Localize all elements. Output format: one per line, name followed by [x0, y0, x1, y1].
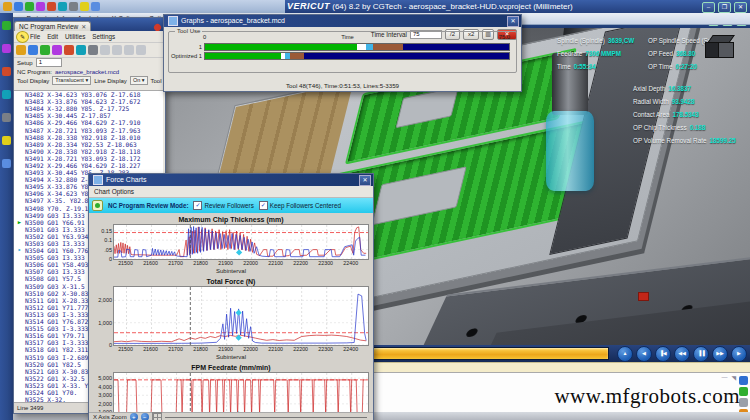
play-icon[interactable]: [2, 90, 11, 99]
graphs-close-button[interactable]: ✕: [507, 16, 519, 27]
chart-plot[interactable]: 01,0002,000: [113, 286, 369, 346]
zoom-icon[interactable]: ⌕: [719, 14, 722, 21]
status-icon[interactable]: [2, 44, 11, 53]
x-axis-zoom-bar: X Axis Zoom + −: [89, 412, 373, 420]
force-charts-window-icon: [93, 175, 103, 185]
save-icon[interactable]: [25, 2, 34, 11]
step-start-button[interactable]: ▐◀: [655, 346, 671, 362]
close-button[interactable]: ✕: [734, 2, 747, 13]
camera-icon[interactable]: [2, 67, 11, 76]
nc-code-line[interactable]: N3492 X-29.466 Y84.629 Z-18.227: [14, 162, 163, 169]
chart-options-menu[interactable]: Chart Options: [89, 186, 373, 198]
nc-menu-utilities[interactable]: Utilities: [65, 33, 85, 40]
chart-block: Maximum Chip Thickness (mm)0.050.10.1521…: [89, 215, 373, 275]
nc-menu-file[interactable]: File: [30, 33, 40, 40]
nc-code-line[interactable]: N3490 X-28.338 Y82.918 Z-18.118: [14, 148, 163, 155]
nc-code-line[interactable]: N3482 X-34.623 Y83.076 Z-17.618: [14, 91, 163, 98]
playback-controls: ▲◀▐◀◀◀▐▐▶▶▶: [617, 346, 750, 362]
play-icon[interactable]: [69, 2, 78, 11]
chart-plot[interactable]: 0.050.10.15: [113, 224, 369, 260]
tool-display-select[interactable]: Translucent ▾: [52, 76, 91, 85]
nc-code-text: N3520 G01 Y82.5: [25, 361, 81, 368]
nc-menu-settings[interactable]: Settings: [92, 33, 115, 40]
line-display-select[interactable]: On ▾: [130, 76, 148, 85]
info-icon[interactable]: [47, 2, 56, 11]
info-icon[interactable]: [2, 21, 11, 30]
nc-code-text: N3509 G03 X-31.5 Y8: [25, 283, 96, 290]
users-icon[interactable]: [28, 45, 38, 55]
edit-icon[interactable]: [40, 45, 50, 55]
open-icon[interactable]: [14, 2, 23, 11]
select-icon[interactable]: [16, 45, 26, 55]
reset-icon[interactable]: [58, 2, 67, 11]
comment-icon[interactable]: [112, 45, 122, 55]
search-icon[interactable]: [52, 45, 62, 55]
tool-use-bar: [204, 52, 510, 60]
review-mode-label: NC Program Review Mode:: [108, 202, 188, 209]
monitor-icon[interactable]: [2, 159, 11, 168]
minimize-button[interactable]: –: [702, 2, 715, 13]
collapse-icon[interactable]: ▾: [743, 14, 746, 21]
nc-code-line[interactable]: N3486 X-29.466 Y84.629 Z-17.910: [14, 119, 163, 126]
zoom-in-button[interactable]: +: [130, 413, 138, 420]
x-tick-label: 21700: [168, 260, 183, 266]
undo-icon[interactable]: [64, 45, 74, 55]
nc-code-line[interactable]: N3489 X-28.334 Y82.53 Z-18.063: [14, 141, 163, 148]
tab-nc-program-review[interactable]: NC Program Review ✕: [14, 21, 91, 31]
nc-code-line[interactable]: N3491 X-28.721 Y83.093 Z-18.172: [14, 155, 163, 162]
step-forward-button[interactable]: ▶▶: [712, 346, 728, 362]
nc-code-line[interactable]: N3487 X-28.721 Y83.093 Z-17.963: [14, 126, 163, 133]
note-icon[interactable]: [739, 398, 748, 407]
panel-minimize-icon[interactable]: —: [721, 374, 727, 381]
play-reverse-button[interactable]: ◀: [636, 346, 652, 362]
panel-pin-icon[interactable]: ◥: [731, 374, 736, 381]
graphs-window: Graphs - aerospace_bracket.mcd ✕ Time In…: [163, 14, 522, 92]
left-sidebar: [0, 13, 13, 420]
check-icon[interactable]: [739, 387, 748, 396]
hud-metric: OP Volume Removal Rate18599.25: [633, 137, 736, 144]
hud-metric: Axial Depth16.3837: [633, 85, 736, 92]
y-tick-label: 2,000: [98, 297, 114, 303]
keep-followers-centered-checkbox[interactable]: ✓Keep Followers Centered: [259, 201, 341, 210]
comment-icon[interactable]: [100, 45, 110, 55]
x-tick-label: 21600: [143, 346, 158, 352]
settings-icon[interactable]: ⚙: [734, 14, 739, 21]
grid-toggle-icon[interactable]: [152, 412, 162, 420]
help-icon[interactable]: ?: [726, 14, 729, 21]
print-icon[interactable]: [76, 45, 86, 55]
nc-code-text: N3490 X-28.338 Y82.918 Z-18.118: [25, 148, 140, 155]
review-followers-checkbox[interactable]: ✓Review Followers: [193, 201, 253, 210]
force-charts-close-button[interactable]: ✕: [359, 175, 371, 186]
folder-icon[interactable]: [2, 136, 11, 145]
nc-code-line[interactable]: N3484 X-32.880 Y85. Z-17.725: [14, 105, 163, 112]
pause-button[interactable]: ▐▐: [693, 346, 709, 362]
y-tick-label: 2,000: [98, 401, 114, 407]
y-tick-label: 0.1: [104, 237, 114, 243]
nc-code-line[interactable]: N3488 X-28.338 Y82.918 Z-18.010: [14, 134, 163, 141]
tool-use-row[interactable]: 1: [169, 43, 510, 50]
report-icon[interactable]: [80, 2, 89, 11]
hud-metric: OP Chip Thickness0.188: [633, 124, 736, 131]
project-icon[interactable]: [36, 2, 45, 11]
restore-button[interactable]: ❐: [718, 2, 731, 13]
log-icon[interactable]: [739, 376, 748, 385]
comment-icon[interactable]: [124, 45, 134, 55]
edit-pencil-icon[interactable]: ✎: [16, 31, 29, 43]
tool-use-row[interactable]: Optimized 1: [169, 52, 510, 59]
new-icon[interactable]: [3, 2, 12, 11]
setup-field[interactable]: 1: [36, 58, 62, 67]
stop-button[interactable]: ▲: [617, 346, 633, 362]
columns-icon[interactable]: [88, 45, 98, 55]
nc-code-line[interactable]: N3485 X-30.445 Z-17.857: [14, 112, 163, 119]
tools-icon[interactable]: [91, 2, 100, 11]
nc-menu-edit[interactable]: Edit: [47, 33, 58, 40]
step-back-button[interactable]: ◀◀: [674, 346, 690, 362]
tab-close-icon[interactable]: ✕: [81, 23, 86, 30]
watermark: www.mfgrobots.com: [554, 384, 740, 409]
play-button[interactable]: ▶: [731, 346, 747, 362]
x-axis-zoom-slider[interactable]: [165, 417, 367, 418]
record-icon[interactable]: [2, 113, 11, 122]
nc-code-line[interactable]: N3483 X-33.876 Y84.623 Z-17.672: [14, 98, 163, 105]
zoom-out-button[interactable]: −: [141, 413, 149, 420]
comment-icon[interactable]: [136, 45, 146, 55]
